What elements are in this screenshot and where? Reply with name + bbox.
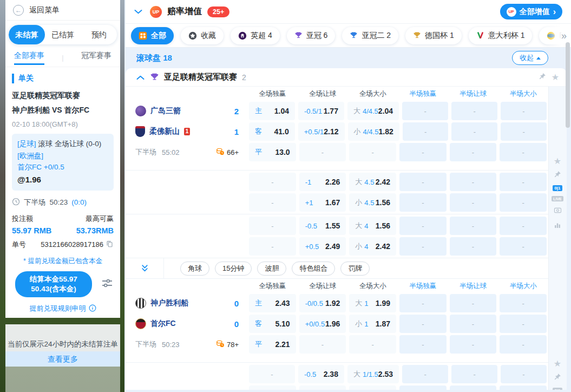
odds-cell-empty: -: [249, 173, 296, 191]
column-header[interactable]: 半场大小: [498, 282, 548, 291]
copy-icon[interactable]: [106, 240, 114, 250]
cashout-note: * 提前兑现金额已包含本金: [12, 257, 114, 266]
odds-cell[interactable]: -0.52.38: [298, 365, 344, 383]
league-tab[interactable]: 德国杯 1: [405, 27, 462, 44]
boost-badge[interactable]: 66+: [216, 147, 239, 158]
odds-cell[interactable]: 大11.99: [349, 294, 396, 312]
league-tab[interactable]: 全部: [131, 27, 174, 44]
odds-cell[interactable]: 大41.56: [349, 217, 396, 235]
pitch-view-icon[interactable]: [554, 206, 562, 217]
live-section-header: 滚球盘 18 收起: [126, 48, 571, 68]
league-tab[interactable]: 亚冠二 2: [342, 27, 398, 44]
matches: 全场独赢全场让球全场大小半场独赢半场让球半场大小广岛三箭2主1.04-0.5/1…: [126, 87, 548, 390]
chevron-down-icon[interactable]: [134, 9, 142, 15]
bet-time: 02-10 18:00(GMT+8): [12, 120, 114, 128]
favorite-star-icon[interactable]: ★: [554, 360, 561, 368]
tab-outright-events[interactable]: 冠军赛事: [81, 51, 111, 65]
favorite-star-icon[interactable]: ★: [554, 157, 561, 166]
odds-cell[interactable]: 主2.43: [249, 294, 296, 312]
team-row[interactable]: 神户胜利船0: [126, 298, 247, 309]
odds-cell[interactable]: 客41.0: [249, 122, 295, 141]
odds-cell[interactable]: 主1.04: [249, 102, 295, 120]
odds-cell[interactable]: 小11.87: [349, 315, 396, 333]
collapse-button[interactable]: 收起: [512, 51, 548, 65]
tab-reserved[interactable]: 预约: [81, 25, 117, 44]
odds-cell[interactable]: -12.26: [299, 173, 346, 191]
odds-cell-empty: -: [450, 217, 497, 235]
tabs-scroll-more-icon[interactable]: »: [561, 30, 567, 41]
team-row[interactable]: 首尔FC0: [126, 318, 247, 329]
market-pill[interactable]: 角球: [180, 262, 209, 276]
league-tab[interactable]: 亚冠 6: [287, 27, 336, 44]
odds-cell-empty: -: [349, 143, 396, 161]
odds-cell-empty: -: [349, 335, 396, 354]
pin-icon[interactable]: [539, 73, 546, 82]
odds-cell[interactable]: +11.67: [299, 193, 346, 212]
triangle-up-icon: [536, 57, 541, 60]
odds-cell-empty: -: [249, 217, 296, 235]
column-header[interactable]: 半场让球: [448, 89, 498, 99]
market-pill[interactable]: 罚牌: [340, 262, 370, 276]
coppa-icon: [476, 31, 484, 40]
bet-league: 亚足联精英冠军联赛: [12, 91, 114, 101]
odds-cell[interactable]: 大4.52.42: [349, 173, 396, 191]
back-to-menu[interactable]: ← 返回菜单: [5, 0, 120, 21]
league-header-row[interactable]: 亚足联精英冠军联赛 2 ★: [126, 68, 567, 87]
odds-cell-empty: -: [403, 122, 449, 141]
team-row[interactable]: 广岛三箭2: [126, 106, 247, 116]
score-view-badge[interactable]: 0|1: [553, 185, 562, 191]
tab-all-events[interactable]: 全部赛事: [14, 51, 44, 65]
column-header[interactable]: 半场独赢: [398, 282, 448, 291]
boost-badge[interactable]: 78+: [216, 339, 239, 350]
league-tab[interactable]: 收藏: [181, 27, 224, 44]
odds-cell[interactable]: 小4.51.56: [349, 193, 396, 212]
bet-type-label: 单关: [12, 74, 114, 83]
column-header[interactable]: 半场大小: [498, 89, 548, 99]
live-score: (0:0): [71, 198, 87, 206]
tab-unsettled[interactable]: 未结算: [9, 25, 45, 44]
market-pill[interactable]: 波胆: [257, 262, 286, 276]
market-pill[interactable]: 15分钟: [215, 262, 252, 276]
chevron-right-icon: ›: [553, 7, 556, 17]
live-stream-badge[interactable]: LIVE: [552, 196, 563, 201]
odds-cell[interactable]: 大1/1.52.53: [347, 365, 399, 383]
odds-cell[interactable]: 平2.21: [249, 335, 296, 354]
tab-settled[interactable]: 已结算: [45, 25, 81, 44]
team-name: 柔佛新山: [149, 127, 180, 136]
odds-cell[interactable]: 小4/4.51.82: [348, 122, 399, 141]
odds-cell[interactable]: -0.5/11.77: [298, 102, 344, 120]
odds-cell[interactable]: -0.51.55: [299, 217, 346, 235]
view-more-link[interactable]: 查看更多: [5, 351, 120, 367]
odds-cell-empty: [399, 386, 447, 390]
bet-slip-sidebar: ← 返回菜单 未结算 已结算 预约 全部赛事 | 冠军赛事 单关 亚足联精英冠军…: [5, 0, 120, 392]
expand-markets-icon[interactable]: [126, 264, 163, 273]
column-header[interactable]: 半场让球: [448, 282, 498, 291]
stats-icon[interactable]: [554, 221, 561, 231]
odds-cell[interactable]: 小42.42: [349, 237, 396, 256]
score-view-badge[interactable]: 0|1: [553, 388, 562, 390]
odds-cell[interactable]: 大4/4.52.04: [347, 102, 399, 120]
cashout-settings-icon[interactable]: [101, 277, 114, 292]
odds-cell[interactable]: 客5.10: [249, 315, 296, 333]
column-header[interactable]: 半场独赢: [398, 89, 448, 99]
odds-cell[interactable]: 平13.0: [249, 143, 296, 161]
odds-cell[interactable]: -0/0.51.92: [299, 294, 346, 312]
odds-cell-empty: [249, 386, 296, 390]
odds-cell[interactable]: +0/0.51.96: [299, 315, 346, 333]
pin-icon[interactable]: [554, 171, 561, 180]
vertical-scrollbar[interactable]: [566, 42, 570, 128]
all-boosts-button[interactable]: UP 全部增值 ›: [500, 4, 562, 19]
odds-cell[interactable]: +0.5/12.12: [298, 122, 345, 141]
league-tab[interactable]: 英超 4: [231, 27, 280, 44]
market-pill[interactable]: 特色组合: [292, 262, 335, 276]
pin-icon[interactable]: [554, 373, 561, 383]
odds-main-panel: UP 赔率增值 25+ UP 全部增值 › 全部收藏英超 4亚冠 6亚冠二 2德…: [126, 0, 571, 392]
team-row[interactable]: 柔佛新山11: [126, 126, 247, 137]
odds-cell-empty: -: [399, 217, 447, 235]
odds-cell[interactable]: +0.52.49: [299, 237, 346, 256]
star-icon[interactable]: ★: [552, 73, 559, 82]
cashout-button[interactable]: 结算本金55.97 50.43(含本金): [15, 271, 92, 297]
chevron-up-icon[interactable]: [136, 73, 145, 82]
cashout-rules-link[interactable]: 提前兑现规则申明: [12, 304, 114, 318]
league-tab[interactable]: 意大利杯 1: [469, 27, 533, 44]
